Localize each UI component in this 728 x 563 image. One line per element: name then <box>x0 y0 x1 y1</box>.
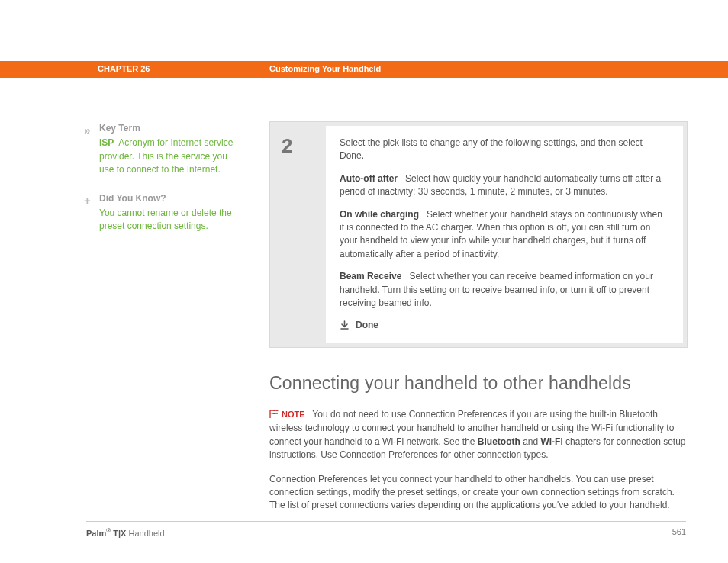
key-term-body: ISP Acronym for Internet service provide… <box>99 137 237 176</box>
setting-on-while-charging: On while charging Select whether your ha… <box>340 208 669 262</box>
setting-auto-off: Auto-off after Select how quickly your h… <box>340 172 669 199</box>
step-content: Select the pick lists to change any of t… <box>326 126 683 343</box>
note-paragraph: NOTE You do not need to use Connection P… <box>269 408 688 462</box>
setting-beam-receive: Beam Receive Select whether you can rece… <box>340 270 669 310</box>
setting-label: Beam Receive <box>340 271 401 282</box>
wifi-link[interactable]: Wi-Fi <box>541 436 563 447</box>
step-box: 2 Select the pick lists to change any of… <box>269 121 688 348</box>
key-term-heading: Key Term <box>99 122 237 135</box>
note-label: NOTE <box>282 410 305 419</box>
done-label: Done <box>356 319 378 332</box>
setting-label: Auto-off after <box>340 173 398 184</box>
key-term-definition: Acronym for Internet service provider. T… <box>99 137 233 175</box>
product-name: Palm® T|X Handheld <box>86 526 165 540</box>
did-you-know-body: You cannot rename or delete the preset c… <box>99 207 237 233</box>
note-and: and <box>520 436 541 447</box>
chapter-title: Customizing Your Handheld <box>269 63 381 76</box>
sidebar: » Key Term ISP Acronym for Internet serv… <box>84 122 237 249</box>
bluetooth-link[interactable]: Bluetooth <box>478 436 520 447</box>
main-content: 2 Select the pick lists to change any of… <box>269 121 688 522</box>
key-term-term: ISP <box>99 137 114 148</box>
product-suffix: Handheld <box>126 529 164 538</box>
page-number: 561 <box>672 526 686 540</box>
did-you-know-block: + Did You Know? You cannot rename or del… <box>84 192 237 233</box>
download-arrow-icon <box>340 320 350 330</box>
step-number-column: 2 <box>274 126 326 343</box>
setting-label: On while charging <box>340 209 419 220</box>
flag-icon <box>269 409 279 422</box>
step-number: 2 <box>282 132 326 161</box>
brand: Palm <box>86 529 106 538</box>
chapter-number: CHAPTER 26 <box>98 63 269 76</box>
done-row: Done <box>340 319 669 332</box>
step-intro: Select the pick lists to change any of t… <box>340 137 669 163</box>
plus-icon: + <box>84 192 91 209</box>
chevron-right-icon: » <box>84 122 90 139</box>
body-paragraph: Connection Preferences let you connect y… <box>269 473 688 513</box>
section-heading: Connecting your handheld to other handhe… <box>269 371 688 396</box>
key-term-block: » Key Term ISP Acronym for Internet serv… <box>84 122 237 177</box>
page-footer: Palm® T|X Handheld 561 <box>86 521 686 540</box>
chapter-header-bar: CHAPTER 26 Customizing Your Handheld <box>0 61 728 78</box>
model: T|X <box>111 529 126 538</box>
did-you-know-heading: Did You Know? <box>99 192 237 205</box>
